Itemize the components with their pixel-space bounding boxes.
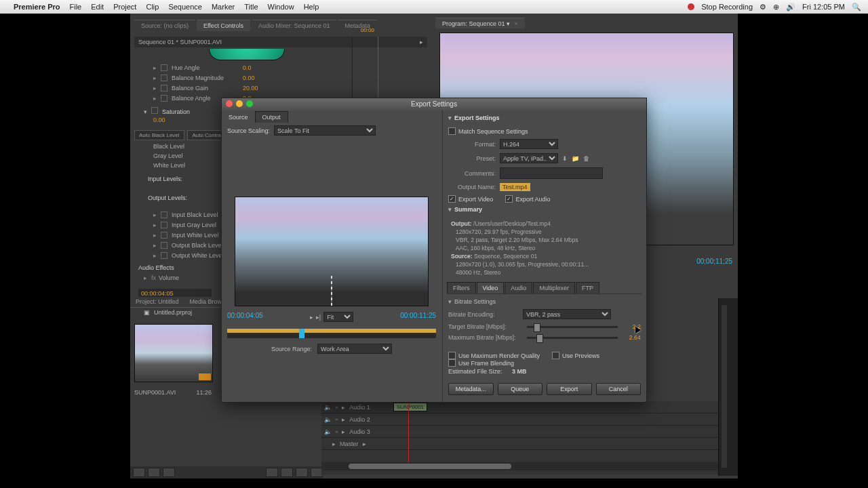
tab-effect-controls[interactable]: Effect Controls	[197, 20, 250, 31]
auto-black-button[interactable]: Auto Black Level	[134, 130, 184, 140]
tab-source[interactable]: Source: (no clips)	[134, 20, 195, 31]
clip-thumbnail[interactable]	[134, 324, 213, 382]
twirl-icon[interactable]: ▸	[153, 222, 157, 228]
import-preset-icon[interactable]: 📁	[572, 155, 579, 162]
stopwatch-icon[interactable]	[161, 95, 167, 102]
tab-audio[interactable]: Audio	[505, 282, 532, 293]
clip-menu[interactable]: Clip	[146, 3, 159, 11]
twirl-icon[interactable]: ▸	[153, 95, 157, 102]
tab-filters[interactable]: Filters	[447, 282, 476, 293]
close-traffic-icon[interactable]	[226, 100, 233, 107]
mute-icon[interactable]: 🔈	[324, 416, 332, 423]
stopwatch-icon[interactable]	[161, 252, 167, 259]
param-value[interactable]: 20.00	[243, 85, 258, 92]
audio-track[interactable]: 🔈▫▸Audio 3	[321, 426, 736, 438]
project-menu[interactable]: Project	[113, 3, 136, 11]
new-item-icon[interactable]	[296, 468, 308, 477]
mute-icon[interactable]: 🔈	[324, 428, 332, 435]
tab-audio-mixer[interactable]: Audio Mixer: Sequence 01	[252, 20, 337, 31]
step-icon[interactable]: ▸|	[316, 314, 321, 321]
dropdown-icon[interactable]: ▾	[507, 20, 510, 27]
metadata-button[interactable]: Metadata...	[448, 383, 494, 395]
preview-timebar[interactable]	[227, 329, 436, 338]
icon-view-icon[interactable]	[148, 468, 160, 477]
program-timecode[interactable]: 00;00;11;25	[696, 258, 732, 265]
preview-tc-out[interactable]: 00:00:11:25	[400, 312, 436, 322]
tab-project[interactable]: Project: Untitled	[130, 297, 184, 308]
menulet-icon[interactable]: ⚙	[760, 3, 766, 12]
new-bin-icon[interactable]	[281, 468, 293, 477]
twirl-icon[interactable]: ▾	[448, 298, 452, 305]
output-icon[interactable]: ▸	[363, 441, 366, 447]
expand-icon[interactable]: ▸	[342, 416, 345, 423]
clock[interactable]: Fri 12:05 PM	[802, 3, 845, 11]
expand-icon[interactable]: ▸	[342, 428, 345, 435]
twirl-icon[interactable]: ▾	[448, 115, 452, 121]
title-menu[interactable]: Title	[244, 3, 258, 11]
lock-icon[interactable]: ▫	[336, 428, 338, 435]
queue-button[interactable]: Queue	[498, 383, 543, 395]
param-value[interactable]: 0.0	[243, 64, 252, 71]
mute-icon[interactable]: 🔈	[324, 404, 332, 411]
file-menu[interactable]: File	[69, 3, 81, 11]
stopwatch-icon[interactable]	[161, 232, 167, 239]
scaling-dropdown[interactable]: Scale To Fit	[274, 125, 376, 136]
stopwatch-icon[interactable]	[161, 85, 167, 92]
master-track[interactable]: ▸Master▸	[321, 438, 736, 450]
stopwatch-icon[interactable]	[151, 107, 158, 114]
export-button[interactable]: Export	[547, 383, 592, 395]
twirl-icon[interactable]: ▸	[153, 252, 157, 259]
wifi-icon[interactable]: ⊕	[773, 3, 779, 12]
scrollbar-thumb[interactable]	[349, 464, 511, 469]
target-bitrate-value[interactable]: 2.2	[622, 323, 641, 330]
lock-icon[interactable]: ▫	[336, 404, 338, 411]
export-audio-checkbox[interactable]: ✓Export Audio	[505, 195, 550, 203]
match-sequence-checkbox[interactable]: Match Sequence Settings	[448, 127, 528, 135]
twirl-icon[interactable]: ▸	[153, 85, 157, 92]
twirl-icon[interactable]: ▸	[153, 232, 157, 239]
format-dropdown[interactable]: H.264	[500, 139, 558, 149]
max-bitrate-slider[interactable]	[527, 337, 618, 339]
help-menu[interactable]: Help	[304, 3, 319, 11]
expand-icon[interactable]: ▸	[342, 404, 345, 411]
tab-program[interactable]: Program: Sequence 01 ▾ ×	[435, 18, 525, 28]
auto-size-icon[interactable]	[163, 468, 175, 477]
sequence-menu[interactable]: Sequence	[168, 3, 202, 11]
spotlight-icon[interactable]: 🔍	[852, 3, 861, 12]
audio-track[interactable]: 🔈▫▸Audio 1SUNP0001	[321, 401, 736, 413]
twirl-icon[interactable]: ▸	[153, 64, 157, 71]
output-name-link[interactable]: Test.mp4	[500, 183, 530, 191]
bin-icon[interactable]: ▣	[144, 309, 150, 316]
preset-dropdown[interactable]: Apple TV, iPad...	[500, 153, 558, 163]
find-icon[interactable]	[266, 468, 278, 477]
timeline-scrollbar[interactable]	[321, 462, 736, 470]
max-render-quality-checkbox[interactable]: Use Maximum Render Quality	[448, 352, 540, 359]
target-bitrate-slider[interactable]	[527, 326, 618, 328]
recording-label[interactable]: Stop Recording	[701, 3, 753, 11]
play-icon[interactable]: ▸	[310, 314, 313, 321]
twirl-icon[interactable]: ▸	[153, 75, 157, 81]
tab-output[interactable]: Output	[255, 111, 288, 123]
param-value[interactable]: 0.00	[243, 75, 255, 81]
lock-icon[interactable]: ▫	[336, 416, 338, 423]
stopwatch-icon[interactable]	[161, 211, 167, 218]
clip-name[interactable]: SUNP0001.AVI	[134, 389, 176, 396]
save-preset-icon[interactable]: ⬇	[562, 155, 568, 162]
stopwatch-icon[interactable]	[161, 222, 167, 228]
max-bitrate-value[interactable]: 2.64	[622, 334, 641, 341]
delete-preset-icon[interactable]: 🗑	[583, 155, 589, 162]
dialog-titlebar[interactable]: Export Settings	[222, 98, 646, 110]
zoom-traffic-icon[interactable]	[246, 100, 253, 107]
fit-dropdown[interactable]: Fit	[323, 312, 353, 322]
stopwatch-icon[interactable]	[161, 242, 167, 249]
stopwatch-icon[interactable]	[161, 75, 167, 81]
encoding-dropdown[interactable]: VBR, 2 pass	[523, 309, 611, 319]
export-preview-viewer[interactable]	[235, 197, 429, 306]
preview-tc-in[interactable]: 00:00:04:05	[227, 312, 263, 322]
use-previews-checkbox[interactable]: Use Previews	[552, 352, 599, 359]
stopwatch-icon[interactable]	[161, 64, 167, 71]
window-menu[interactable]: Window	[268, 3, 294, 11]
timeline-clip[interactable]: SUNP0001	[393, 403, 427, 411]
preview-playhead[interactable]	[299, 329, 304, 338]
minimize-traffic-icon[interactable]	[236, 100, 243, 107]
